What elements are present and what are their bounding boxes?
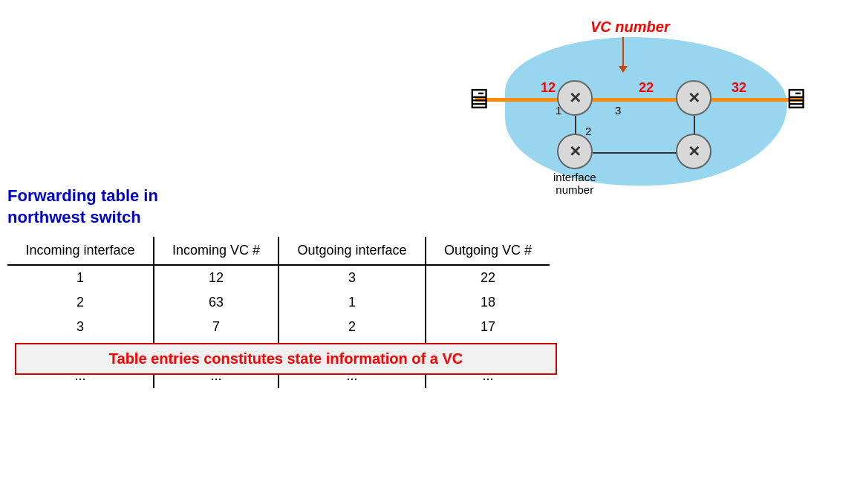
router-southeast <box>676 134 711 169</box>
computer-left-icon: 🖥 <box>464 83 492 115</box>
vc-num-12: 12 <box>541 80 556 96</box>
table-cell: 17 <box>426 315 550 339</box>
col-header-incoming-vc: Incoming VC # <box>154 237 279 265</box>
table-cell: 2 <box>7 290 154 315</box>
table-cell: 3 <box>279 265 426 290</box>
table-cell: 7 <box>154 315 279 339</box>
table-cell: 22 <box>426 265 550 290</box>
interface-num-3: 3 <box>615 104 621 117</box>
router-southwest <box>557 134 593 169</box>
router-northwest <box>557 80 593 116</box>
vc-num-22: 22 <box>639 80 654 96</box>
table-cell: 1 <box>279 290 426 315</box>
vc-arrow <box>622 37 624 67</box>
computer-right-icon: 🖥 <box>781 83 810 115</box>
interface-num-2: 2 <box>585 125 591 137</box>
col-header-incoming-interface: Incoming interface <box>7 237 154 265</box>
interface-number-label: interface number <box>553 171 596 196</box>
router-northeast <box>676 80 711 116</box>
vc-num-32: 32 <box>732 80 746 96</box>
table-cell: 3 <box>7 315 154 339</box>
forwarding-table-label: Forwarding table in northwest switch <box>7 186 557 228</box>
bottom-horizontal-line <box>593 152 677 154</box>
table-area: Forwarding table in northwest switch Inc… <box>7 186 557 388</box>
table-row: 263118 <box>7 290 550 315</box>
table-cell: 12 <box>154 265 279 290</box>
vc-number-label: VC number <box>590 19 670 36</box>
bottom-banner: Table entries constitutes state informat… <box>15 343 557 375</box>
table-row: 37217 <box>7 315 550 339</box>
table-cell: 2 <box>279 315 426 339</box>
table-cell: 1 <box>7 265 154 290</box>
col-header-outgoing-vc: Outgoing VC # <box>426 237 550 265</box>
table-cell: 63 <box>154 290 279 315</box>
table-cell: 18 <box>426 290 550 315</box>
banner-text: Table entries constitutes state informat… <box>109 350 463 367</box>
cloud-shape <box>505 37 787 186</box>
table-row: 112322 <box>7 265 550 290</box>
col-header-outgoing-interface: Outgoing interface <box>279 237 426 265</box>
vc-path-line <box>475 98 802 102</box>
